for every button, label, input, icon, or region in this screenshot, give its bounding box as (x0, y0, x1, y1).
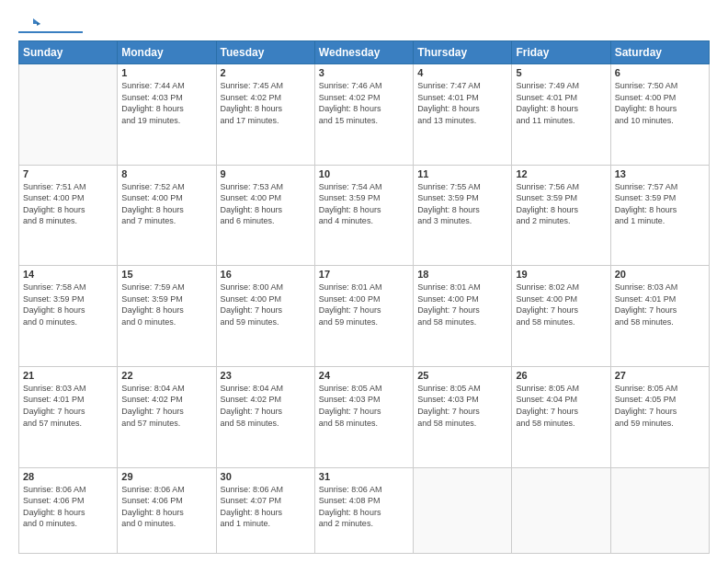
calendar-week-row: 21Sunrise: 8:03 AM Sunset: 4:01 PM Dayli… (19, 366, 710, 467)
day-number: 18 (417, 269, 507, 280)
calendar-cell: 5Sunrise: 7:49 AM Sunset: 4:01 PM Daylig… (512, 64, 610, 166)
calendar-cell: 19Sunrise: 8:02 AM Sunset: 4:00 PM Dayli… (512, 266, 610, 367)
calendar-week-row: 14Sunrise: 7:58 AM Sunset: 3:59 PM Dayli… (19, 266, 710, 367)
calendar-week-row: 1Sunrise: 7:44 AM Sunset: 4:03 PM Daylig… (19, 64, 710, 166)
calendar-cell: 12Sunrise: 7:56 AM Sunset: 3:59 PM Dayli… (512, 165, 610, 266)
calendar-cell: 31Sunrise: 8:06 AM Sunset: 4:08 PM Dayli… (314, 467, 413, 554)
calendar-cell: 22Sunrise: 8:04 AM Sunset: 4:02 PM Dayli… (118, 366, 216, 467)
day-info: Sunrise: 7:59 AM Sunset: 3:59 PM Dayligh… (121, 282, 211, 327)
day-number: 9 (221, 168, 311, 179)
calendar-cell: 14Sunrise: 7:58 AM Sunset: 3:59 PM Dayli… (19, 266, 118, 367)
day-info: Sunrise: 8:05 AM Sunset: 4:04 PM Dayligh… (516, 383, 606, 429)
day-info: Sunrise: 7:52 AM Sunset: 4:00 PM Dayligh… (121, 181, 211, 227)
day-info: Sunrise: 7:44 AM Sunset: 4:03 PM Dayligh… (121, 80, 211, 126)
day-number: 17 (319, 269, 409, 280)
logo (18, 15, 85, 33)
weekday-header-sunday: Sunday (19, 41, 118, 64)
day-number: 23 (221, 370, 311, 381)
day-number: 6 (615, 67, 705, 78)
calendar-cell: 6Sunrise: 7:50 AM Sunset: 4:00 PM Daylig… (610, 64, 709, 166)
calendar-cell (610, 467, 709, 554)
day-number: 3 (319, 67, 409, 78)
calendar-cell (414, 467, 512, 554)
day-info: Sunrise: 8:02 AM Sunset: 4:00 PM Dayligh… (516, 282, 606, 327)
day-info: Sunrise: 8:01 AM Sunset: 4:00 PM Dayligh… (319, 282, 409, 327)
calendar-cell: 17Sunrise: 8:01 AM Sunset: 4:00 PM Dayli… (314, 266, 413, 367)
day-info: Sunrise: 8:06 AM Sunset: 4:07 PM Dayligh… (221, 484, 311, 530)
calendar-cell: 13Sunrise: 7:57 AM Sunset: 3:59 PM Dayli… (610, 165, 709, 266)
day-number: 7 (23, 168, 113, 179)
calendar-cell: 26Sunrise: 8:05 AM Sunset: 4:04 PM Dayli… (512, 366, 610, 467)
day-number: 8 (121, 168, 211, 179)
day-info: Sunrise: 7:45 AM Sunset: 4:02 PM Dayligh… (221, 80, 311, 126)
day-number: 21 (23, 370, 113, 381)
day-number: 15 (121, 269, 211, 280)
day-number: 28 (23, 471, 113, 482)
calendar-cell: 28Sunrise: 8:06 AM Sunset: 4:06 PM Dayli… (19, 467, 118, 554)
day-number: 20 (615, 269, 705, 280)
day-number: 22 (121, 370, 211, 381)
day-info: Sunrise: 7:58 AM Sunset: 3:59 PM Dayligh… (23, 282, 113, 327)
day-number: 13 (615, 168, 705, 179)
day-info: Sunrise: 7:57 AM Sunset: 3:59 PM Dayligh… (615, 181, 705, 227)
weekday-header-thursday: Thursday (414, 41, 512, 64)
day-number: 24 (319, 370, 409, 381)
day-info: Sunrise: 7:53 AM Sunset: 4:00 PM Dayligh… (221, 181, 311, 227)
day-info: Sunrise: 7:54 AM Sunset: 3:59 PM Dayligh… (319, 181, 409, 227)
day-number: 30 (221, 471, 311, 482)
day-info: Sunrise: 8:00 AM Sunset: 4:00 PM Dayligh… (221, 282, 311, 327)
calendar-cell: 24Sunrise: 8:05 AM Sunset: 4:03 PM Dayli… (314, 366, 413, 467)
day-number: 31 (319, 471, 409, 482)
day-info: Sunrise: 8:06 AM Sunset: 4:06 PM Dayligh… (23, 484, 113, 530)
calendar-cell: 29Sunrise: 8:06 AM Sunset: 4:06 PM Dayli… (118, 467, 216, 554)
weekday-header-row: SundayMondayTuesdayWednesdayThursdayFrid… (19, 41, 710, 64)
calendar-cell: 25Sunrise: 8:05 AM Sunset: 4:03 PM Dayli… (414, 366, 512, 467)
day-info: Sunrise: 8:05 AM Sunset: 4:03 PM Dayligh… (319, 383, 409, 429)
day-number: 11 (417, 168, 507, 179)
day-info: Sunrise: 8:04 AM Sunset: 4:02 PM Dayligh… (221, 383, 311, 429)
day-number: 26 (516, 370, 606, 381)
weekday-header-monday: Monday (118, 41, 216, 64)
day-info: Sunrise: 8:06 AM Sunset: 4:08 PM Dayligh… (319, 484, 409, 530)
day-number: 4 (417, 67, 507, 78)
calendar-cell: 8Sunrise: 7:52 AM Sunset: 4:00 PM Daylig… (118, 165, 216, 266)
calendar-cell: 27Sunrise: 8:05 AM Sunset: 4:05 PM Dayli… (610, 366, 709, 467)
calendar-cell: 4Sunrise: 7:47 AM Sunset: 4:01 PM Daylig… (414, 64, 512, 166)
calendar-cell: 21Sunrise: 8:03 AM Sunset: 4:01 PM Dayli… (19, 366, 118, 467)
day-number: 25 (417, 370, 507, 381)
day-number: 1 (121, 67, 211, 78)
calendar-cell: 16Sunrise: 8:00 AM Sunset: 4:00 PM Dayli… (216, 266, 314, 367)
calendar-cell: 3Sunrise: 7:46 AM Sunset: 4:02 PM Daylig… (314, 64, 413, 166)
calendar-cell: 2Sunrise: 7:45 AM Sunset: 4:02 PM Daylig… (216, 64, 314, 166)
calendar-cell: 7Sunrise: 7:51 AM Sunset: 4:00 PM Daylig… (19, 165, 118, 266)
day-info: Sunrise: 8:05 AM Sunset: 4:03 PM Dayligh… (417, 383, 507, 429)
calendar-cell: 30Sunrise: 8:06 AM Sunset: 4:07 PM Dayli… (216, 467, 314, 554)
header (18, 15, 710, 33)
day-number: 14 (23, 269, 113, 280)
calendar-cell: 10Sunrise: 7:54 AM Sunset: 3:59 PM Dayli… (314, 165, 413, 266)
day-info: Sunrise: 7:50 AM Sunset: 4:00 PM Dayligh… (615, 80, 705, 126)
day-info: Sunrise: 7:49 AM Sunset: 4:01 PM Dayligh… (516, 80, 606, 126)
calendar-cell (512, 467, 610, 554)
day-info: Sunrise: 8:04 AM Sunset: 4:02 PM Dayligh… (121, 383, 211, 429)
day-number: 29 (121, 471, 211, 482)
day-info: Sunrise: 7:51 AM Sunset: 4:00 PM Dayligh… (23, 181, 113, 227)
day-info: Sunrise: 7:46 AM Sunset: 4:02 PM Dayligh… (319, 80, 409, 126)
calendar-cell: 9Sunrise: 7:53 AM Sunset: 4:00 PM Daylig… (216, 165, 314, 266)
calendar-cell: 20Sunrise: 8:03 AM Sunset: 4:01 PM Dayli… (610, 266, 709, 367)
calendar-cell: 15Sunrise: 7:59 AM Sunset: 3:59 PM Dayli… (118, 266, 216, 367)
weekday-header-saturday: Saturday (610, 41, 709, 64)
day-info: Sunrise: 7:47 AM Sunset: 4:01 PM Dayligh… (417, 80, 507, 126)
day-number: 2 (221, 67, 311, 78)
day-info: Sunrise: 7:55 AM Sunset: 3:59 PM Dayligh… (417, 181, 507, 227)
day-number: 12 (516, 168, 606, 179)
day-number: 19 (516, 269, 606, 280)
day-info: Sunrise: 8:01 AM Sunset: 4:00 PM Dayligh… (417, 282, 507, 327)
calendar-week-row: 7Sunrise: 7:51 AM Sunset: 4:00 PM Daylig… (19, 165, 710, 266)
day-number: 27 (615, 370, 705, 381)
calendar-cell: 23Sunrise: 8:04 AM Sunset: 4:02 PM Dayli… (216, 366, 314, 467)
calendar-cell: 1Sunrise: 7:44 AM Sunset: 4:03 PM Daylig… (118, 64, 216, 166)
calendar-table: SundayMondayTuesdayWednesdayThursdayFrid… (18, 40, 710, 554)
day-info: Sunrise: 8:06 AM Sunset: 4:06 PM Dayligh… (121, 484, 211, 530)
page: SundayMondayTuesdayWednesdayThursdayFrid… (0, 0, 728, 563)
